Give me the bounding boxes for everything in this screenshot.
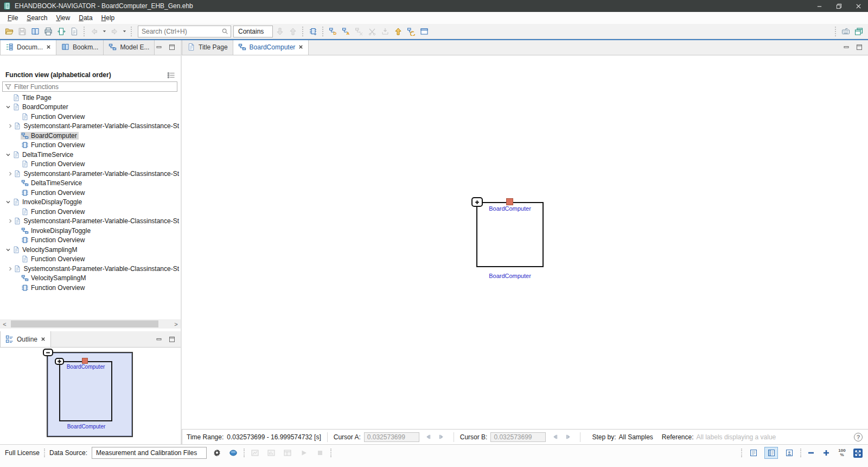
tree-item[interactable]: Function Overview [0, 112, 181, 122]
handbook-button[interactable] [29, 26, 41, 37]
help-icon[interactable]: ? [854, 433, 863, 441]
start-measurement-button[interactable] [298, 447, 310, 459]
menu-file[interactable]: File [3, 13, 22, 23]
menu-view[interactable]: View [52, 13, 74, 23]
expander-closed-icon[interactable] [8, 171, 13, 176]
tab-outline[interactable]: Outline [0, 331, 51, 347]
zoom-in-button[interactable] [821, 447, 832, 459]
tree-item[interactable]: Systemconstant-Parameter-Variable-Classi… [0, 122, 181, 131]
view-contact-button[interactable] [782, 447, 796, 459]
nav-forward-dropdown[interactable] [122, 26, 127, 37]
tree-item[interactable]: Title Page [0, 93, 181, 103]
tree-item[interactable]: Function Overview [0, 141, 181, 150]
search-input[interactable] [138, 28, 219, 35]
cursor-b-step-back-button[interactable] [549, 432, 560, 442]
tree-item[interactable]: InvokeDisplayToggle [0, 198, 181, 207]
print-button[interactable] [42, 26, 54, 37]
data-source-dropdown[interactable]: Measurement and Calibration Files [92, 447, 207, 459]
tree-item[interactable]: DeltaTimeService [0, 179, 181, 188]
outline-thumbnail[interactable]: BoardComputer BoardComputer [0, 348, 181, 444]
open-file-button[interactable] [3, 26, 15, 37]
cursor-a-input[interactable] [364, 432, 419, 442]
tree-item[interactable]: Function Overview [0, 207, 181, 217]
scroll-right-icon[interactable]: > [171, 319, 181, 329]
gear-icon[interactable] [211, 447, 223, 459]
import-button[interactable] [379, 26, 391, 37]
tree-item[interactable]: Systemconstant-Parameter-Variable-Classi… [0, 169, 181, 179]
close-button[interactable] [848, 0, 868, 12]
report-button[interactable] [68, 26, 80, 37]
scroll-left-icon[interactable]: < [0, 319, 9, 329]
layout-window-button[interactable] [282, 447, 293, 459]
zoom-100-button[interactable]: 100 % [836, 449, 848, 457]
expand-icon[interactable] [55, 358, 64, 365]
close-icon[interactable] [41, 337, 46, 342]
expander-closed-icon[interactable] [8, 266, 13, 272]
cursor-a-step-forward-button[interactable] [437, 432, 448, 442]
result-down-button[interactable] [274, 26, 286, 37]
show-data-button[interactable]: D [327, 26, 339, 37]
expander-open-icon[interactable] [4, 152, 12, 157]
tree-item[interactable]: Systemconstant-Parameter-Variable-Classi… [0, 217, 181, 226]
expander-closed-icon[interactable] [8, 218, 13, 224]
upload-button[interactable] [392, 26, 404, 37]
export-button[interactable] [55, 26, 67, 37]
view-document-button[interactable] [746, 447, 760, 459]
maximize-panel-button[interactable] [856, 44, 863, 51]
maximize-panel-button[interactable] [169, 44, 175, 51]
tree-item[interactable]: VelocitySamplingM [0, 245, 181, 255]
menu-help[interactable]: Help [97, 13, 119, 23]
nav-forward-button[interactable] [108, 26, 120, 37]
save-button[interactable] [16, 26, 28, 37]
nav-back-dropdown[interactable] [101, 26, 107, 37]
close-icon[interactable] [298, 45, 303, 49]
expand-function-button[interactable] [307, 26, 319, 37]
data-source-icon[interactable] [227, 447, 239, 459]
tree-item[interactable]: VelocitySamplingM [0, 274, 181, 283]
tree-item[interactable]: InvokeDisplayToggle [0, 226, 181, 236]
boardcomputer-block[interactable] [476, 202, 544, 267]
expander-open-icon[interactable] [4, 199, 12, 205]
reference-value[interactable]: All labels displaying a value [697, 433, 776, 441]
outline-inner-block[interactable] [59, 361, 112, 421]
maximize-panel-button[interactable] [169, 336, 175, 343]
cut-button[interactable] [366, 26, 378, 37]
tree-item[interactable]: BoardComputer [0, 131, 181, 141]
restore-button[interactable] [829, 0, 848, 12]
update-model-button[interactable] [405, 26, 417, 37]
minimize-button[interactable] [809, 0, 829, 12]
clear-model-button[interactable] [353, 26, 365, 37]
horizontal-scrollbar[interactable]: < > [0, 319, 181, 329]
collapse-icon[interactable] [43, 349, 53, 356]
cursor-a-step-back-button[interactable] [423, 432, 433, 442]
expand-icon[interactable] [471, 197, 483, 207]
expander-open-icon[interactable] [4, 247, 12, 253]
minimize-panel-button[interactable] [843, 44, 850, 51]
view-menu-icon[interactable] [165, 70, 176, 80]
show-labels-button[interactable]: A [340, 26, 352, 37]
stop-measurement-button[interactable] [314, 447, 326, 459]
cascade-windows-button[interactable] [853, 26, 865, 37]
fit-screen-button[interactable] [852, 447, 863, 459]
tab-model-explorer[interactable]: Model E... [104, 39, 155, 55]
recorder-window-button[interactable] [265, 447, 277, 459]
expander-open-icon[interactable] [4, 104, 12, 110]
tree-item[interactable]: DeltaTimeService [0, 150, 181, 160]
view-split-button[interactable] [764, 447, 778, 459]
zoom-out-button[interactable] [806, 447, 816, 459]
tree-item[interactable]: Function Overview [0, 160, 181, 169]
tree-item[interactable]: BoardComputer [0, 103, 181, 112]
tab-title-page[interactable]: Title Page [182, 39, 233, 55]
tab-boardcomputer[interactable]: BoardComputer [233, 39, 309, 55]
shortcuts-button[interactable] [840, 26, 852, 37]
diagram-canvas[interactable]: BoardComputer BoardComputer [182, 55, 868, 429]
minimize-panel-button[interactable] [156, 44, 162, 51]
nav-back-button[interactable] [88, 26, 100, 37]
minimize-panel-button[interactable] [156, 336, 162, 343]
tab-bookmarks[interactable]: Bookm... [56, 39, 104, 55]
cursor-b-input[interactable] [490, 432, 546, 442]
menu-search[interactable]: Search [22, 13, 52, 23]
filter-functions-input[interactable] [12, 83, 177, 91]
scope-window-button[interactable] [249, 447, 261, 459]
scrollbar-thumb[interactable] [11, 320, 158, 327]
